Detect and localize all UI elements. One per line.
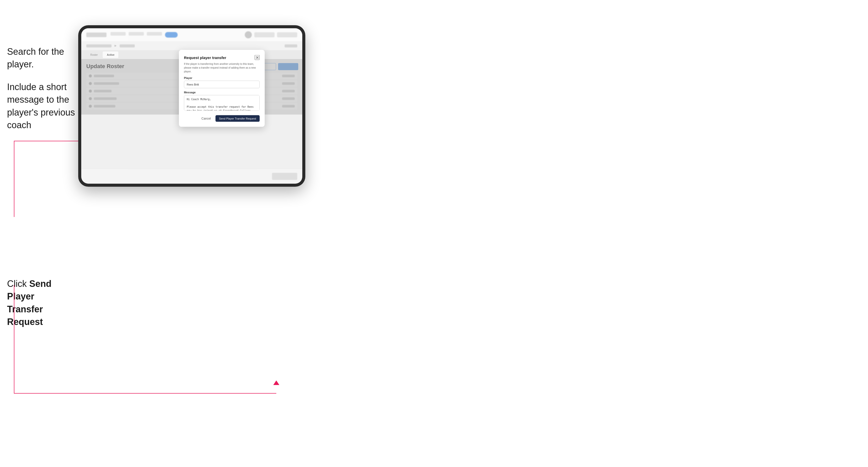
player-search-input[interactable] bbox=[184, 81, 260, 88]
arrow-line-2-vertical bbox=[14, 285, 14, 394]
message-field-label: Message bbox=[184, 91, 260, 94]
tab-active: Active bbox=[103, 52, 118, 58]
modal-footer: Cancel Send Player Transfer Request bbox=[184, 115, 260, 122]
header-nav bbox=[111, 32, 241, 38]
modal-title: Request player transfer bbox=[184, 55, 226, 60]
app-header bbox=[81, 28, 302, 41]
annotation-click: Click Send Player Transfer Request bbox=[7, 278, 73, 329]
bottom-area bbox=[81, 168, 302, 184]
breadcrumb-action bbox=[285, 44, 297, 48]
user-avatar bbox=[245, 31, 252, 38]
modal-overlay: Request player transfer ✕ If the player … bbox=[81, 59, 302, 115]
arrow-line-1-vertical bbox=[14, 141, 14, 217]
annotation-search: Search for the player. bbox=[7, 45, 73, 71]
request-transfer-modal: Request player transfer ✕ If the player … bbox=[179, 50, 265, 127]
app-logo bbox=[86, 33, 106, 37]
header-right bbox=[245, 31, 297, 38]
player-field-label: Player bbox=[184, 76, 260, 80]
app-subheader bbox=[81, 41, 302, 51]
tablet-screen: Roster Active Update Roster bbox=[81, 28, 302, 184]
arrow-line-2-horizontal bbox=[14, 393, 276, 394]
tab-roster: Roster bbox=[86, 52, 102, 58]
breadcrumb-item-1 bbox=[86, 44, 112, 48]
header-action-btn bbox=[254, 32, 275, 37]
arrow-head-2 bbox=[273, 380, 279, 385]
tablet-device: Roster Active Update Roster bbox=[78, 25, 305, 187]
nav-item-1 bbox=[111, 32, 126, 36]
modal-header: Request player transfer ✕ bbox=[184, 55, 260, 60]
header-secondary-btn bbox=[277, 32, 297, 37]
bottom-action-btn bbox=[272, 173, 297, 180]
nav-item-3 bbox=[147, 32, 162, 36]
send-transfer-request-button[interactable]: Send Player Transfer Request bbox=[216, 115, 260, 122]
breadcrumb-item-2 bbox=[120, 44, 135, 48]
annotation-message: Include a short message to the player's … bbox=[7, 81, 80, 132]
modal-description: If the player is transferring from anoth… bbox=[184, 62, 260, 73]
modal-close-button[interactable]: ✕ bbox=[255, 55, 260, 60]
content-area: Update Roster bbox=[81, 59, 302, 115]
nav-item-2 bbox=[129, 32, 144, 36]
cancel-button[interactable]: Cancel bbox=[199, 115, 213, 122]
breadcrumb-arrow bbox=[115, 45, 117, 47]
message-textarea[interactable]: Hi Coach McHarg, Please accept this tran… bbox=[184, 95, 260, 111]
nav-item-active bbox=[165, 32, 178, 38]
